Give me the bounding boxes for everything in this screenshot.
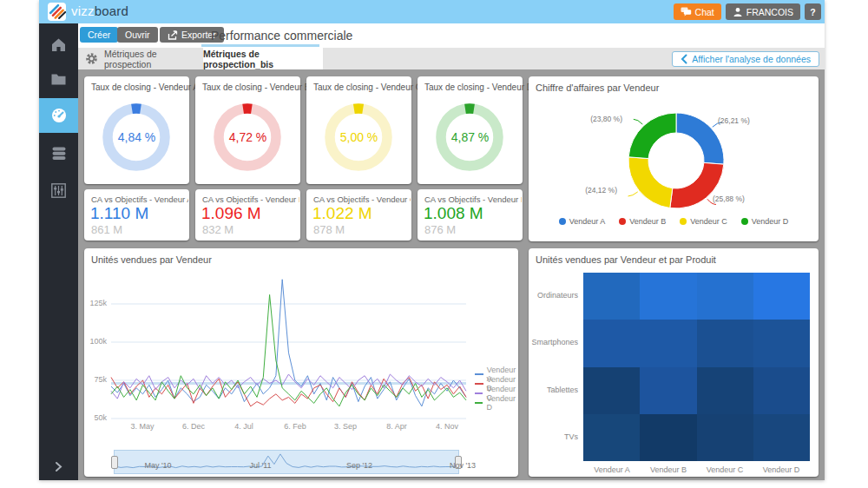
sliders-icon: [51, 183, 66, 198]
gauge-title: Taux de closing - Vendeur D: [424, 82, 533, 92]
heatmap-cell-Ordinateurs-Vendeur D: [753, 273, 810, 320]
heatmap-cell-Smartphones-Vendeur A: [583, 320, 640, 366]
database-icon: [51, 147, 67, 161]
gear-icon: [85, 52, 98, 65]
chevron-left-icon: [681, 54, 687, 64]
gauge-card-vendeur-d: Taux de closing - Vendeur D 4,87 %: [418, 76, 523, 184]
gauge-value: 4,87 %: [418, 130, 523, 144]
heatmap-cell-Tablettes-Vendeur D: [753, 367, 810, 414]
x-tick: 6. Dec: [182, 422, 205, 431]
navigator-tick: Sep '12: [346, 461, 372, 470]
home-icon: [50, 37, 67, 52]
legend-item-vendeur-a[interactable]: Vendeur A: [559, 217, 606, 226]
sidebar-item-files[interactable]: [39, 62, 78, 96]
heatmap-cell-Tablettes-Vendeur A: [583, 367, 640, 414]
sidebar-item-settings[interactable]: [39, 173, 78, 208]
heatmap-cell-Smartphones-Vendeur C: [697, 320, 753, 366]
kpi-value: 1.008 M: [424, 204, 483, 223]
kpi-card-vendeur-a: CA vs Objectifs - Vendeur A 1.110 M 861 …: [84, 189, 189, 241]
topbar: vizzboard Chat FRANCOIS ?: [39, 0, 825, 23]
kpi-target: 876 M: [424, 223, 456, 236]
vizzboard-logo[interactable]: [48, 3, 66, 21]
heatmap-cell-Ordinateurs-Vendeur C: [697, 273, 753, 320]
heatmap-row-label: Smartphones: [530, 338, 578, 346]
sidebar-item-dashboards[interactable]: [39, 98, 78, 133]
heatmap-row-label: Tablettes: [530, 386, 578, 394]
legend-dot: [619, 218, 626, 225]
kpi-title: CA vs Objectifs - Vendeur B: [202, 195, 299, 204]
legend-item-vendeur-b[interactable]: Vendeur B: [619, 217, 666, 226]
heatmap-cell-TVs-Vendeur A: [583, 414, 640, 461]
heatmap-cell-Tablettes-Vendeur B: [640, 367, 696, 414]
export-icon: [168, 30, 178, 40]
x-tick: 6. Feb: [284, 422, 306, 431]
legend-label: Vendeur C: [690, 217, 727, 226]
chat-icon: [681, 7, 692, 16]
show-data-analysis-button[interactable]: Afficher l'analyse de données: [672, 51, 819, 67]
x-tick: 3. Sep: [334, 422, 357, 431]
brand-board: board: [95, 3, 128, 18]
heatmap-col-label: Vendeur D: [763, 465, 800, 474]
app-window: vizzboard Chat FRANCOIS ?: [39, 0, 825, 480]
create-button[interactable]: Créer: [80, 27, 118, 43]
revenue-pie-panel: Chiffre d'affaires par Vendeur (26,21 %)…: [529, 76, 819, 241]
page-title: Performance commerciale: [211, 29, 352, 43]
legend-dot: [559, 218, 566, 225]
gauge-title: Taux de closing - Vendeur A: [91, 82, 199, 92]
kpi-card-vendeur-c: CA vs Objectifs - Vendeur C 1.022 M 878 …: [306, 189, 411, 241]
navigator-left-handle[interactable]: [111, 456, 118, 469]
y-tick-125k: 125k: [84, 299, 107, 307]
chat-label: Chat: [695, 7, 714, 17]
pie-slice-label-vendeur-a: (26,21 %): [718, 116, 750, 125]
brand-wordmark: vizzboard: [71, 3, 128, 18]
title-underline: [201, 44, 319, 47]
y-tick-50k: 50k: [84, 413, 107, 422]
tab-metriques-de-prospection-bis[interactable]: Métriques de prospection_bis: [203, 48, 323, 69]
topbar-actions: Chat FRANCOIS ?: [674, 3, 821, 20]
open-button[interactable]: Ouvrir: [117, 27, 158, 43]
pie-slice-label-vendeur-d: (23,80 %): [582, 115, 622, 123]
help-button[interactable]: ?: [805, 3, 821, 20]
heatmap-cell-Tablettes-Vendeur C: [697, 367, 753, 414]
x-tick: 4. Nov: [436, 422, 458, 431]
pie-legend: Vendeur A Vendeur B Vendeur C Vendeur D: [529, 217, 819, 226]
legend-item-vendeur-c[interactable]: Vendeur C: [680, 217, 727, 226]
legend-dash: [475, 402, 483, 404]
gauge-card-vendeur-a: Taux de closing - Vendeur A 4,84 %: [84, 76, 189, 184]
chat-button[interactable]: Chat: [674, 3, 721, 20]
heatmap-cell-Smartphones-Vendeur B: [640, 320, 696, 366]
kpi-target: 861 M: [91, 223, 122, 236]
kpi-value: 1.110 M: [90, 204, 148, 223]
gauge-card-vendeur-b: Taux de closing - Vendeur B 4,72 %: [195, 76, 300, 184]
legend-item-vendeur-d[interactable]: Vendeur D: [475, 398, 518, 407]
dashboard-canvas: Taux de closing - Vendeur A 4,84 % Taux …: [78, 69, 825, 480]
sidebar-item-home[interactable]: [39, 27, 78, 62]
brand-vizz: vizz: [71, 3, 95, 18]
heatmap-cell-Ordinateurs-Vendeur B: [640, 273, 696, 320]
user-icon: [733, 7, 743, 17]
sidebar-item-data[interactable]: [39, 136, 78, 171]
legend-label: Vendeur B: [629, 217, 666, 226]
x-tick: 8. Apr: [386, 422, 407, 431]
heatmap-grid: [583, 273, 810, 461]
units-line-chart: [84, 248, 518, 439]
gauge-title: Taux de closing - Vendeur B: [202, 82, 311, 92]
kpi-target: 832 M: [202, 223, 233, 236]
kpi-title: CA vs Objectifs - Vendeur A: [91, 195, 188, 204]
legend-item-vendeur-d[interactable]: Vendeur D: [741, 217, 789, 226]
dashboard-settings-button[interactable]: [84, 52, 98, 66]
sidebar-collapse-button[interactable]: [39, 458, 78, 475]
user-label: FRANCOIS: [746, 7, 793, 17]
folder-icon: [50, 73, 67, 86]
legend-dot: [680, 218, 687, 225]
units-line-panel: Unités vendues par Vendeur 125k 100k 75k…: [84, 248, 518, 477]
kpi-card-vendeur-d: CA vs Objectifs - Vendeur D 1.008 M 876 …: [418, 189, 523, 241]
heatmap-row-label: TVs: [530, 432, 578, 441]
heatmap-row-label: Ordinateurs: [530, 291, 578, 300]
heatmap-cell-TVs-Vendeur B: [640, 414, 696, 461]
user-button[interactable]: FRANCOIS: [726, 3, 800, 20]
heatmap-cell-TVs-Vendeur C: [697, 414, 753, 461]
logo-stripes-icon: [48, 3, 66, 21]
tab-bar: Métriques de prospection Métriques de pr…: [78, 48, 825, 69]
tab-metriques-de-prospection[interactable]: Métriques de prospection: [104, 48, 201, 69]
